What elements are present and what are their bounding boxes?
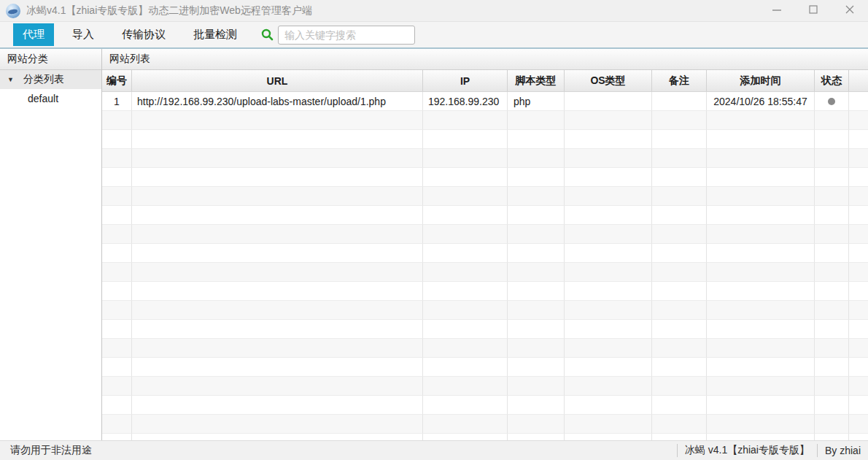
table-empty-row [102,396,868,415]
cell-added [707,415,815,434]
cell-ip [423,263,508,282]
cell-os [565,339,652,358]
cell-script [508,358,565,377]
cell-os [565,225,652,244]
search-icon[interactable] [261,28,274,41]
cell-url [132,225,423,244]
cell-script [508,263,565,282]
toolbar-button-批量检测[interactable]: 批量检测 [184,23,247,46]
cell-script [508,377,565,396]
status-warning-text: 请勿用于非法用途 [0,444,677,457]
cell-os [565,415,652,434]
tree-expand-arrow-icon[interactable]: ▼ [7,76,16,83]
cell-os [565,301,652,320]
cell-script [508,130,565,149]
cell-note [652,377,707,396]
cell-added [707,168,815,187]
column-header-added[interactable]: 添加时间 [707,70,815,91]
cell-os [565,320,652,339]
column-header-status[interactable]: 状态 [815,70,849,91]
cell-note[interactable] [652,92,707,111]
column-header-note[interactable]: 备注 [652,70,707,91]
cell-os [565,187,652,206]
cell-note [652,168,707,187]
cell-os [565,434,652,440]
cell-filler [849,149,868,168]
minimize-button[interactable] [759,0,795,22]
tree-item-label: default [28,93,58,104]
table-empty-row [102,225,868,244]
cell-ip [423,111,508,130]
cell-ip[interactable]: 192.168.99.230 [423,92,508,111]
cell-url[interactable]: http://192.168.99.230/upload-labs-master… [132,92,423,111]
cell-no [102,396,132,415]
table-empty-row [102,415,868,434]
cell-script [508,149,565,168]
column-header-os[interactable]: OS类型 [565,70,652,91]
cell-status[interactable] [815,92,849,111]
cell-filler [849,434,868,440]
cell-filler [849,225,868,244]
cell-no [102,263,132,282]
search-input[interactable] [278,26,415,45]
cell-script[interactable]: php [508,92,565,111]
cell-status [815,187,849,206]
cell-no [102,187,132,206]
toolbar-button-传输协议[interactable]: 传输协议 [112,23,175,46]
maximize-button[interactable] [795,0,832,22]
cell-no[interactable]: 1 [102,92,132,111]
cell-note [652,111,707,130]
table-empty-row [102,244,868,263]
cell-no [102,377,132,396]
column-header-ip[interactable]: IP [423,70,508,91]
cell-added [707,130,815,149]
cell-os[interactable] [565,92,652,111]
cell-url [132,149,423,168]
cell-filler [849,358,868,377]
toolbar-button-导入[interactable]: 导入 [63,23,104,46]
cell-no [102,301,132,320]
app-window: 冰蝎v4.1【zhiai专版专版】动态二进制加密Web远程管理客户端 代理导入传… [0,0,868,460]
cell-added[interactable]: 2024/10/26 18:55:47 [707,92,815,111]
tree-item-default[interactable]: default [0,89,101,108]
column-header-url[interactable]: URL [132,70,423,91]
title-bar: 冰蝎v4.1【zhiai专版专版】动态二进制加密Web远程管理客户端 [0,0,868,22]
close-button[interactable] [832,0,868,22]
cell-status [815,301,849,320]
cell-script [508,225,565,244]
cell-url [132,130,423,149]
cell-status [815,130,849,149]
cell-status [815,320,849,339]
cell-note [652,396,707,415]
table-empty-row [102,149,868,168]
table-row[interactable]: 1http://192.168.99.230/upload-labs-maste… [102,92,868,111]
cell-note [652,149,707,168]
cell-url [132,187,423,206]
cell-script [508,415,565,434]
cell-note [652,282,707,301]
cell-url [132,377,423,396]
cell-filler [849,244,868,263]
cell-url [132,358,423,377]
cell-status [815,206,849,225]
column-header-no[interactable]: 编号 [102,70,132,91]
cell-ip [423,339,508,358]
status-bar: 请勿用于非法用途 冰蝎 v4.1【zhiai专版专版】 By zhiai [0,440,868,460]
status-dot-icon [828,98,835,105]
table-empty-row [102,339,868,358]
cell-ip [423,187,508,206]
cell-os [565,149,652,168]
minimize-icon [772,4,782,17]
toolbar-button-代理[interactable]: 代理 [13,23,54,46]
cell-script [508,301,565,320]
window-title: 冰蝎v4.1【zhiai专版专版】动态二进制加密Web远程管理客户端 [26,4,312,18]
cell-status [815,415,849,434]
cell-filler [849,263,868,282]
table-empty-row [102,320,868,339]
cell-os [565,396,652,415]
column-header-script[interactable]: 脚本类型 [508,70,565,91]
sidebar-header-label: 网站分类 [7,53,48,66]
cell-ip [423,358,508,377]
tree-item-分类列表[interactable]: ▼分类列表 [0,70,101,89]
cell-filler [849,415,868,434]
